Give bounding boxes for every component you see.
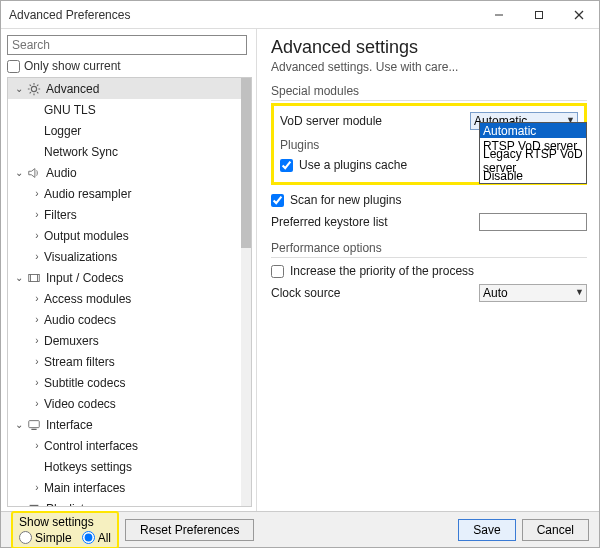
tree-gnu-tls[interactable]: ›GNU TLS: [8, 99, 241, 120]
clock-combo[interactable]: Auto ▼: [479, 284, 587, 302]
vod-option-automatic[interactable]: Automatic: [480, 123, 586, 138]
tree-label: Stream filters: [44, 355, 115, 369]
tree-hotkeys-settings[interactable]: ›Hotkeys settings: [8, 456, 241, 477]
tree-logger[interactable]: ›Logger: [8, 120, 241, 141]
tree-visualizations[interactable]: ›Visualizations: [8, 246, 241, 267]
tree-advanced[interactable]: ⌄Advanced: [8, 78, 241, 99]
tree-audio-codecs[interactable]: ›Audio codecs: [8, 309, 241, 330]
svg-point-4: [31, 86, 36, 91]
row-priority: Increase the priority of the process: [271, 260, 587, 282]
only-show-current[interactable]: Only show current: [7, 59, 252, 73]
maximize-button[interactable]: [519, 1, 559, 29]
tree-interface[interactable]: ⌄Interface: [8, 414, 241, 435]
show-settings-label: Show settings: [19, 515, 111, 529]
tree-audio[interactable]: ⌄Audio: [8, 162, 241, 183]
tree-scrollbar[interactable]: [241, 78, 251, 506]
tree-access-modules[interactable]: ›Access modules: [8, 288, 241, 309]
codec-icon: [26, 270, 42, 286]
tree-label: Hotkeys settings: [44, 460, 132, 474]
row-clock: Clock source Auto ▼: [271, 282, 587, 304]
vod-dropdown[interactable]: Automatic RTSP VoD server Legacy RTSP Vo…: [479, 122, 587, 184]
chevron-down-icon: ▼: [575, 287, 584, 297]
page-subtext: Advanced settings. Use with care...: [271, 60, 587, 74]
tree-container: ⌄Advanced ›GNU TLS ›Logger ›Network Sync…: [7, 77, 252, 507]
tree-label: Audio resampler: [44, 187, 131, 201]
tree-stream-filters[interactable]: ›Stream filters: [8, 351, 241, 372]
show-settings-radios: Simple All: [19, 531, 111, 545]
tree-label: Output modules: [44, 229, 129, 243]
tree-network-sync[interactable]: ›Network Sync: [8, 141, 241, 162]
search-input[interactable]: [7, 35, 247, 55]
tree-filters[interactable]: ›Filters: [8, 204, 241, 225]
sidebar: Only show current ⌄Advanced ›GNU TLS ›Lo…: [1, 29, 257, 511]
window-title: Advanced Preferences: [9, 8, 479, 22]
scan-plugins-checkbox[interactable]: [271, 194, 284, 207]
keystore-label: Preferred keystore list: [271, 215, 479, 229]
playlist-icon: [26, 501, 42, 507]
gear-icon: [26, 81, 42, 97]
tree-label: Audio: [46, 166, 77, 180]
scan-plugins-label: Scan for new plugins: [290, 193, 587, 207]
only-show-current-label: Only show current: [24, 59, 121, 73]
tree-subtitle-codecs[interactable]: ›Subtitle codecs: [8, 372, 241, 393]
titlebar: Advanced Preferences: [1, 1, 599, 29]
tree-playlist[interactable]: ⌄Playlist: [8, 498, 241, 506]
scrollbar-thumb[interactable]: [241, 78, 251, 248]
plugins-cache-checkbox[interactable]: [280, 159, 293, 172]
tree-label: GNU TLS: [44, 103, 96, 117]
radio-simple-input[interactable]: [19, 531, 32, 544]
window-controls: [479, 1, 599, 29]
speaker-icon: [26, 165, 42, 181]
tree-label: Logger: [44, 124, 81, 138]
tree-output-modules[interactable]: ›Output modules: [8, 225, 241, 246]
tree-label: Input / Codecs: [46, 271, 123, 285]
tree-label: Playlist: [46, 502, 84, 507]
vod-label: VoD server module: [280, 114, 470, 128]
tree-label: Visualizations: [44, 250, 117, 264]
page-heading: Advanced settings: [271, 37, 587, 58]
priority-checkbox[interactable]: [271, 265, 284, 278]
vod-option-legacy[interactable]: Legacy RTSP VoD server: [480, 153, 586, 168]
section-special-modules: Special modules: [271, 84, 587, 101]
tree-video-codecs[interactable]: ›Video codecs: [8, 393, 241, 414]
row-scan-plugins: Scan for new plugins: [271, 189, 587, 211]
tree-label: Control interfaces: [44, 439, 138, 453]
tree-label: Network Sync: [44, 145, 118, 159]
tree-audio-resampler[interactable]: ›Audio resampler: [8, 183, 241, 204]
tree-label: Demuxers: [44, 334, 99, 348]
radio-simple[interactable]: Simple: [19, 531, 72, 545]
only-show-current-checkbox[interactable]: [7, 60, 20, 73]
cancel-button[interactable]: Cancel: [522, 519, 589, 541]
clock-label: Clock source: [271, 286, 479, 300]
save-button[interactable]: Save: [458, 519, 515, 541]
svg-rect-8: [29, 420, 40, 427]
content: Only show current ⌄Advanced ›GNU TLS ›Lo…: [1, 29, 599, 511]
svg-rect-1: [536, 11, 543, 18]
minimize-button[interactable]: [479, 1, 519, 29]
section-performance: Performance options: [271, 241, 587, 258]
tree-label: Audio codecs: [44, 313, 116, 327]
tree-label: Access modules: [44, 292, 131, 306]
tree-label: Interface: [46, 418, 93, 432]
tree-main-interfaces[interactable]: ›Main interfaces: [8, 477, 241, 498]
clock-value: Auto: [483, 286, 508, 300]
radio-all[interactable]: All: [82, 531, 111, 545]
interface-icon: [26, 417, 42, 433]
priority-label: Increase the priority of the process: [290, 264, 587, 278]
keystore-input[interactable]: [479, 213, 587, 231]
tree-demuxers[interactable]: ›Demuxers: [8, 330, 241, 351]
show-settings-group: Show settings Simple All: [11, 511, 119, 549]
settings-panel: Advanced settings Advanced settings. Use…: [257, 29, 599, 511]
tree-label: Advanced: [46, 82, 99, 96]
footer: Show settings Simple All Reset Preferenc…: [1, 511, 599, 547]
close-button[interactable]: [559, 1, 599, 29]
tree-control-interfaces[interactable]: ›Control interfaces: [8, 435, 241, 456]
tree-label: Main interfaces: [44, 481, 125, 495]
tree-input-codecs[interactable]: ⌄Input / Codecs: [8, 267, 241, 288]
preferences-window: Advanced Preferences Only show current ⌄…: [0, 0, 600, 548]
reset-preferences-button[interactable]: Reset Preferences: [125, 519, 254, 541]
row-keystore: Preferred keystore list: [271, 211, 587, 233]
radio-all-input[interactable]: [82, 531, 95, 544]
tree: ⌄Advanced ›GNU TLS ›Logger ›Network Sync…: [8, 78, 241, 506]
tree-label: Filters: [44, 208, 77, 222]
